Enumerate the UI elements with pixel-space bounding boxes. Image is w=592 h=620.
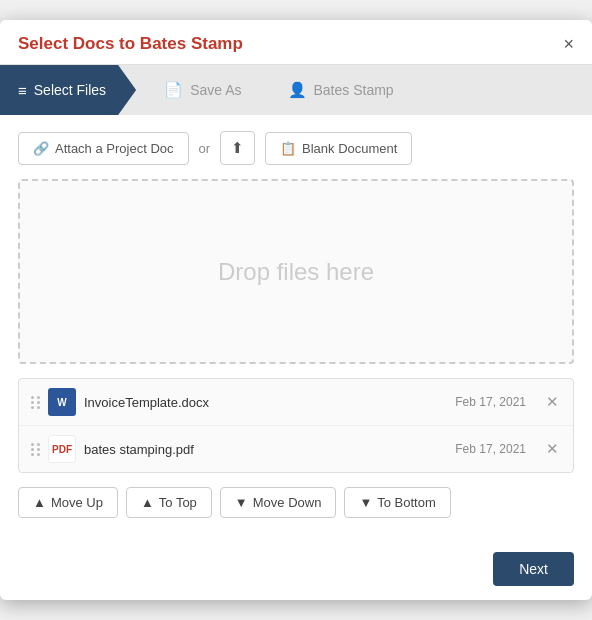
blank-doc-label: Blank Document	[302, 141, 397, 156]
upload-icon: ⬆	[231, 139, 244, 156]
table-row: PDF bates stamping.pdf Feb 17, 2021 ✕	[19, 426, 573, 472]
step-user-icon: 👤	[288, 81, 307, 99]
step-save-as[interactable]: 📄 Save As	[136, 65, 259, 115]
step-select-files-label: Select Files	[34, 82, 106, 98]
drag-handle[interactable]	[31, 396, 40, 409]
bates-stamp-modal: Select Docs to Bates Stamp × ≡ Select Fi…	[0, 20, 592, 600]
file-date: Feb 17, 2021	[455, 442, 526, 456]
to-bottom-label: To Bottom	[377, 495, 436, 510]
attach-project-doc-button[interactable]: 🔗 Attach a Project Doc	[18, 132, 189, 165]
next-button[interactable]: Next	[493, 552, 574, 586]
file-list: W InvoiceTemplate.docx Feb 17, 2021 ✕ PD…	[18, 378, 574, 473]
to-top-button[interactable]: ▲ To Top	[126, 487, 212, 518]
move-actions-row: ▲ Move Up ▲ To Top ▼ Move Down ▼ To Bott…	[18, 487, 574, 526]
docx-icon: W	[48, 388, 76, 416]
step-bates-stamp-label: Bates Stamp	[314, 82, 394, 98]
modal-body: 🔗 Attach a Project Doc or ⬆ 📋 Blank Docu…	[0, 115, 592, 542]
step-save-as-label: Save As	[190, 82, 241, 98]
file-name: InvoiceTemplate.docx	[84, 395, 447, 410]
move-up-button[interactable]: ▲ Move Up	[18, 487, 118, 518]
move-up-icon: ▲	[33, 495, 46, 510]
drag-handle[interactable]	[31, 443, 40, 456]
attach-icon: 🔗	[33, 141, 49, 156]
to-top-label: To Top	[159, 495, 197, 510]
close-button[interactable]: ×	[563, 35, 574, 53]
file-remove-button[interactable]: ✕	[544, 440, 561, 458]
attach-row: 🔗 Attach a Project Doc or ⬆ 📋 Blank Docu…	[18, 131, 574, 165]
pdf-icon: PDF	[48, 435, 76, 463]
move-down-label: Move Down	[253, 495, 322, 510]
step-list-icon: ≡	[18, 82, 27, 99]
move-down-button[interactable]: ▼ Move Down	[220, 487, 337, 518]
to-bottom-icon: ▼	[359, 495, 372, 510]
table-row: W InvoiceTemplate.docx Feb 17, 2021 ✕	[19, 379, 573, 426]
move-down-icon: ▼	[235, 495, 248, 510]
attach-label: Attach a Project Doc	[55, 141, 174, 156]
step-select-files[interactable]: ≡ Select Files	[0, 65, 136, 115]
move-up-label: Move Up	[51, 495, 103, 510]
blank-doc-icon: 📋	[280, 141, 296, 156]
blank-document-button[interactable]: 📋 Blank Document	[265, 132, 412, 165]
file-date: Feb 17, 2021	[455, 395, 526, 409]
to-bottom-button[interactable]: ▼ To Bottom	[344, 487, 450, 518]
upload-button[interactable]: ⬆	[220, 131, 255, 165]
modal-header: Select Docs to Bates Stamp ×	[0, 20, 592, 65]
steps-bar: ≡ Select Files 📄 Save As 👤 Bates Stamp	[0, 65, 592, 115]
modal-footer: Next	[0, 542, 592, 600]
drop-zone-text: Drop files here	[218, 258, 374, 286]
to-top-icon: ▲	[141, 495, 154, 510]
step-bates-stamp[interactable]: 👤 Bates Stamp	[260, 65, 412, 115]
file-remove-button[interactable]: ✕	[544, 393, 561, 411]
drop-zone[interactable]: Drop files here	[18, 179, 574, 364]
or-separator: or	[199, 141, 211, 156]
file-name: bates stamping.pdf	[84, 442, 447, 457]
step-doc-icon: 📄	[164, 81, 183, 99]
modal-title: Select Docs to Bates Stamp	[18, 34, 243, 54]
